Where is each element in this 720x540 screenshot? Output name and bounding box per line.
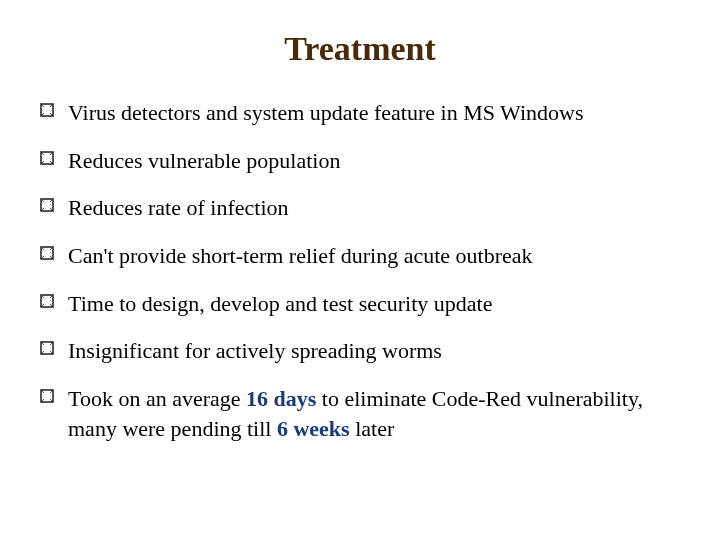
list-item: Virus detectors and system update featur… [40, 98, 680, 128]
slide: Treatment Virus detectors and system upd… [0, 0, 720, 540]
bullet-list: Virus detectors and system update featur… [40, 98, 680, 444]
square-bullet-icon [40, 294, 54, 308]
square-bullet-icon [40, 341, 54, 355]
list-item-text: Insignificant for actively spreading wor… [68, 338, 442, 363]
square-bullet-icon [40, 103, 54, 117]
square-bullet-icon [40, 246, 54, 260]
square-bullet-icon [40, 198, 54, 212]
highlight-weeks: 6 weeks [277, 416, 350, 441]
list-item-text-part: later [350, 416, 395, 441]
list-item-text: Reduces vulnerable population [68, 148, 340, 173]
list-item: Insignificant for actively spreading wor… [40, 336, 680, 366]
list-item: Time to design, develop and test securit… [40, 289, 680, 319]
list-item-text: Time to design, develop and test securit… [68, 291, 492, 316]
list-item: Took on an average 16 days to eliminate … [40, 384, 680, 443]
square-bullet-icon [40, 389, 54, 403]
list-item: Reduces rate of infection [40, 193, 680, 223]
list-item-text: Can't provide short-term relief during a… [68, 243, 533, 268]
list-item-text-part: Took on an average [68, 386, 246, 411]
slide-title: Treatment [40, 30, 680, 68]
highlight-days: 16 days [246, 386, 316, 411]
list-item: Reduces vulnerable population [40, 146, 680, 176]
list-item-text: Virus detectors and system update featur… [68, 100, 584, 125]
list-item: Can't provide short-term relief during a… [40, 241, 680, 271]
square-bullet-icon [40, 151, 54, 165]
list-item-text: Reduces rate of infection [68, 195, 289, 220]
